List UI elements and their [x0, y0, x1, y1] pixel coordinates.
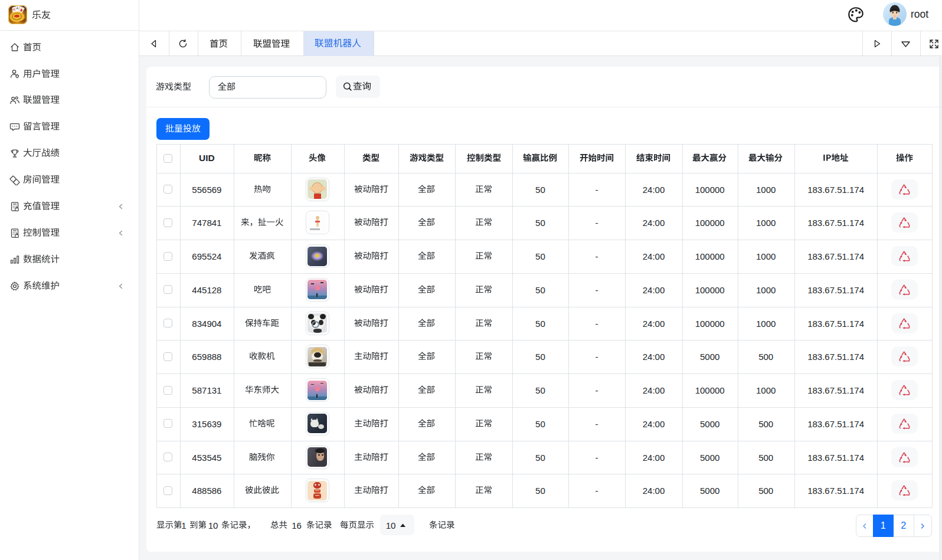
- svg-text:A: A: [17, 6, 19, 10]
- svg-text:A: A: [13, 8, 15, 11]
